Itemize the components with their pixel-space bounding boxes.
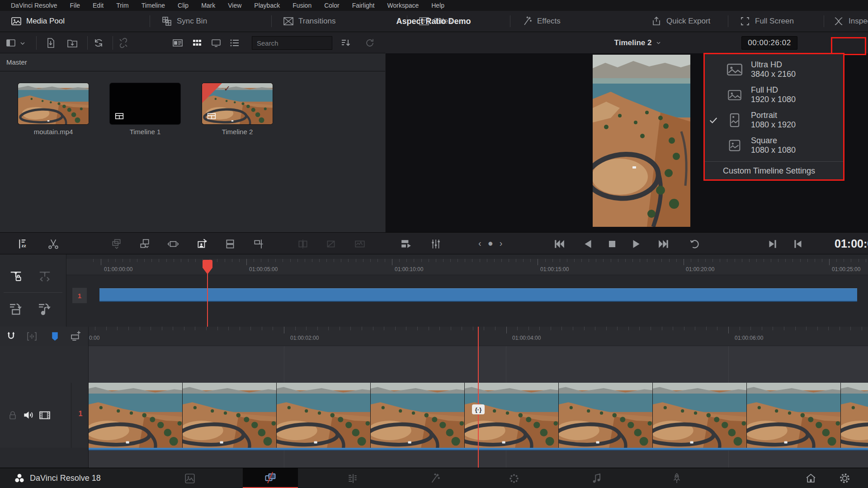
timeline-view-options-icon[interactable] (401, 238, 412, 250)
snapping-magnet-icon[interactable] (5, 331, 17, 342)
marker-flag-icon[interactable] (49, 331, 61, 342)
page-deliver[interactable] (663, 468, 690, 488)
in-out-marks[interactable]: ‹●› (478, 238, 509, 249)
page-fairlight[interactable] (583, 468, 610, 488)
sync-clips-icon[interactable] (93, 38, 104, 48)
smooth-cut-icon[interactable] (354, 238, 366, 250)
chevron-down-icon[interactable] (19, 40, 26, 47)
import-folder-icon[interactable] (67, 38, 78, 48)
timeline-selector[interactable]: Timeline 2 (614, 33, 662, 53)
overwrite-clip-icon[interactable] (139, 238, 151, 250)
play-reverse-icon[interactable] (582, 238, 594, 250)
menu-item-fairlight[interactable]: Fairlight (346, 0, 381, 11)
playhead-locked-icon[interactable] (9, 269, 23, 283)
resolution-option-portrait[interactable]: Portrait1080 x 1920 (705, 108, 843, 133)
clip-frame-thumbnail[interactable] (559, 383, 653, 448)
sync-bin-button[interactable]: Sync Bin (161, 11, 207, 32)
page-fusion[interactable] (421, 468, 448, 488)
media-clip-timeline1[interactable]: Timeline 1 (110, 83, 180, 136)
next-edit-icon[interactable] (766, 238, 778, 250)
clip-frame-thumbnail[interactable] (89, 383, 183, 448)
menu-item-fusion[interactable]: Fusion (286, 0, 318, 11)
dissolve-icon[interactable] (325, 238, 337, 250)
clip-frame-thumbnail[interactable] (465, 383, 559, 448)
custom-timeline-settings-item[interactable]: Custom Timeline Settings (705, 161, 843, 176)
clip-frame-thumbnail[interactable] (277, 383, 371, 448)
bin-breadcrumb[interactable]: Master (0, 53, 385, 71)
viewer-timecode[interactable]: 00:00:26:02 (741, 36, 797, 50)
stop-icon[interactable] (606, 238, 618, 250)
menu-item-davinci-resolve[interactable]: DaVinci Resolve (5, 0, 63, 11)
snap-tool-icon[interactable] (17, 238, 29, 250)
menu-item-trim[interactable]: Trim (110, 0, 135, 11)
loop-icon[interactable] (689, 238, 701, 250)
resolution-option-ultra-hd[interactable]: Ultra HD3840 x 2160 (705, 57, 843, 82)
refresh-icon[interactable] (364, 38, 375, 48)
media-clip-mountain[interactable]: moutain.mp4 (18, 83, 89, 136)
clip-frame-thumbnail[interactable] (183, 383, 277, 448)
project-manager-button[interactable] (797, 468, 824, 488)
menu-item-workspace[interactable]: Workspace (381, 0, 425, 11)
search-input[interactable] (252, 36, 332, 50)
play-icon[interactable] (630, 238, 642, 250)
page-cut[interactable] (243, 468, 298, 488)
effects-button[interactable]: Effects (522, 11, 561, 32)
go-to-end-icon[interactable] (658, 238, 670, 250)
media-clip-timeline2[interactable]: ✓ Timeline 2 (202, 83, 273, 136)
page-media[interactable] (176, 468, 203, 488)
clip-thumbnail[interactable] (110, 83, 180, 124)
sort-icon[interactable] (340, 38, 351, 48)
playhead-free-icon[interactable] (38, 269, 52, 283)
media-pool-button[interactable]: Media Pool (11, 11, 65, 32)
mute-track-icon[interactable] (23, 409, 35, 421)
overview-ruler[interactable]: 01:00:00:0001:00:05:0001:00:10:0001:00:1… (0, 259, 868, 275)
list-view-icon[interactable] (229, 38, 240, 48)
clip-frame-thumbnail[interactable] (841, 383, 868, 448)
page-edit[interactable] (339, 468, 366, 488)
append-clip-icon[interactable] (253, 238, 264, 250)
video-track-icon[interactable] (39, 409, 51, 421)
trim-mode-icon[interactable] (297, 238, 309, 250)
tools-icon[interactable] (430, 238, 442, 250)
menu-item-help[interactable]: Help (425, 0, 451, 11)
strip-view-icon[interactable] (211, 38, 222, 48)
previous-edit-icon[interactable] (793, 238, 804, 250)
razor-icon[interactable] (47, 238, 59, 250)
clip-frame-thumbnail[interactable] (371, 383, 465, 448)
import-media-icon[interactable] (45, 38, 56, 48)
menu-item-playback[interactable]: Playback (248, 0, 286, 11)
add-audio-track-icon[interactable] (37, 302, 52, 316)
place-on-top-icon[interactable] (224, 238, 236, 250)
bin-list-toggle-icon[interactable] (5, 38, 16, 48)
audio-waveform-icon[interactable] (26, 331, 38, 342)
clip-thumbnail[interactable]: ✓ (202, 83, 273, 124)
menu-item-file[interactable]: File (63, 0, 86, 11)
settings-button[interactable] (831, 468, 858, 488)
lock-track-icon[interactable] (7, 410, 18, 421)
fit-to-fill-icon[interactable] (196, 238, 208, 250)
full-screen-button[interactable]: Full Screen (740, 11, 794, 32)
clip-frame-thumbnail[interactable] (747, 383, 841, 448)
page-color[interactable] (500, 468, 528, 488)
detail-playhead[interactable] (478, 327, 479, 468)
transitions-button[interactable]: Transitions (283, 11, 336, 32)
unlink-icon[interactable] (118, 38, 129, 48)
menu-item-edit[interactable]: Edit (86, 0, 110, 11)
resolution-option-square[interactable]: Square1080 x 1080 (705, 133, 843, 158)
add-video-track-icon[interactable] (8, 302, 23, 316)
menu-item-mark[interactable]: Mark (195, 0, 222, 11)
menu-item-color[interactable]: Color (318, 0, 345, 11)
inspector-button[interactable]: Inspector (833, 11, 868, 32)
detail-ruler[interactable]: 0:0001:00:02:0001:00:04:0001:00:06:00 (0, 327, 868, 346)
menu-item-view[interactable]: View (222, 0, 248, 11)
resolution-option-full-hd[interactable]: Full HD1920 x 1080 (705, 82, 843, 108)
thumbnail-view-icon[interactable] (192, 38, 203, 48)
clip-color-icon[interactable] (70, 331, 81, 342)
quick-export-button[interactable]: Quick Export (651, 11, 710, 32)
menu-item-timeline[interactable]: Timeline (135, 0, 171, 11)
viewer-video[interactable] (593, 55, 690, 227)
overview-clip[interactable] (99, 288, 857, 302)
clip-frame-thumbnail[interactable] (653, 383, 747, 448)
insert-clip-icon[interactable] (111, 238, 123, 250)
replace-clip-icon[interactable] (167, 238, 179, 250)
